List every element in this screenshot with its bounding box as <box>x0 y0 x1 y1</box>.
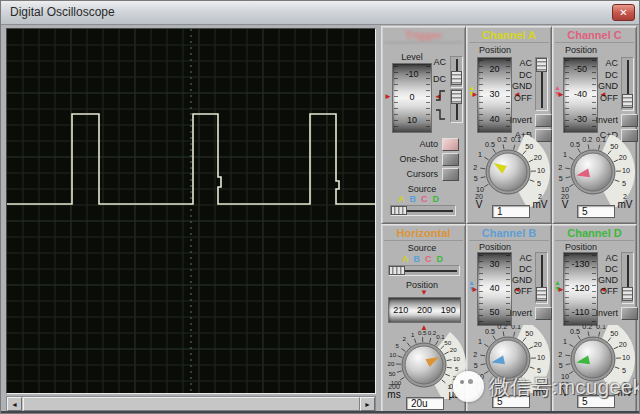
dial-scale-label: 2 <box>558 350 562 359</box>
dial-corner-low: 20V <box>469 193 489 210</box>
coupling-option-label: OFF <box>514 94 532 103</box>
invert-button[interactable] <box>621 114 638 127</box>
coupling-option-label: DC <box>605 265 618 274</box>
window-bottom-edge <box>1 411 639 413</box>
trigger-edge-thumb[interactable] <box>451 90 462 104</box>
cursors-button[interactable] <box>442 168 459 181</box>
source-letter-c: C <box>421 194 428 204</box>
coupling-switch[interactable] <box>535 252 548 304</box>
panel-channel-c: Channel C Position ▲▼ ► -50-40-30 ◄ ACDC… <box>552 26 637 224</box>
falling-edge-icon <box>434 108 447 121</box>
invert-button[interactable] <box>535 114 552 127</box>
invert-button[interactable] <box>621 307 638 320</box>
dial-scale-label: 2 <box>558 163 562 172</box>
dial-scale-label: 50 <box>389 370 396 377</box>
dial-scale-label: 20 <box>534 153 542 162</box>
panel-title-trigger: Trigger <box>384 29 463 43</box>
scroll-left-button[interactable]: ◄ <box>7 397 22 411</box>
invert-label: Invert <box>495 309 532 319</box>
invert-button[interactable] <box>535 307 552 320</box>
dial-scale-label: 2 <box>473 163 477 172</box>
dial-scale-label: 10 <box>476 372 484 381</box>
trigger-coupling-switch[interactable] <box>450 56 463 88</box>
titlebar[interactable]: Digital Oscilloscope ✕ <box>1 1 640 25</box>
dial-scale-label: 1 <box>478 337 482 346</box>
dial-scale-label: 20 <box>534 340 542 349</box>
dial-scale-label: 10 <box>622 166 630 175</box>
knob-face[interactable] <box>489 153 527 191</box>
corner-low-unit: ms <box>384 390 404 400</box>
horizontal-position-display[interactable]: 210200190 <box>388 297 461 323</box>
dial-scale-label: 0.5 <box>485 140 495 149</box>
coupling-option-label: DC <box>605 71 618 80</box>
knob-face[interactable] <box>405 346 443 384</box>
coupling-labels: ACDCGNDOFF <box>591 59 618 103</box>
dial-scale-label: 50 <box>525 142 533 151</box>
dial-scale-label: 10 <box>537 353 545 362</box>
coupling-switch[interactable] <box>621 252 634 304</box>
trigger-edge-switch[interactable] <box>450 89 463 123</box>
coupling-switch[interactable] <box>535 57 548 111</box>
dial-scale-label: 10 <box>453 355 460 362</box>
gain-value-box: 5 <box>577 205 615 218</box>
corner-low-unit: V <box>555 200 575 210</box>
dial-scale-label: 2 <box>402 335 406 342</box>
dial-scale-label: 5 <box>559 174 563 183</box>
dial-scale-label: 50 <box>444 339 451 346</box>
trigger-source-letters: ABCD <box>398 194 439 204</box>
coupling-option-label: AC <box>519 254 532 263</box>
coupling-thumb[interactable] <box>536 287 547 301</box>
dial-scale-label: 5 <box>622 179 626 188</box>
scroll-thumb[interactable] <box>23 397 360 411</box>
corner-high-unit: mV <box>615 388 635 398</box>
horizontal-source-slider[interactable] <box>388 265 460 276</box>
source-letter-a: A <box>402 254 409 264</box>
horizontal-scrollbar[interactable]: ◄ ► <box>6 396 376 412</box>
trigger-source-slider[interactable] <box>390 205 456 216</box>
dial-scale-label: 0.2 <box>582 135 592 144</box>
auto-button[interactable] <box>442 138 459 151</box>
coupling-option-label: AC <box>519 59 532 68</box>
coupling-thumb[interactable] <box>622 94 633 108</box>
trigger-coupling-thumb[interactable] <box>451 71 462 85</box>
dial-corner-low: 20V <box>555 193 575 210</box>
dial-corner-high: 2mV <box>615 381 635 398</box>
trigger-source-thumb[interactable] <box>391 206 407 215</box>
position-label: Position <box>557 46 605 56</box>
level-left-arrow-icon: ► <box>384 93 392 101</box>
invert-label: Invert <box>581 116 618 126</box>
display-scale-label: 190 <box>441 305 456 315</box>
dial-scale-label: 5 <box>474 361 478 370</box>
knob-face[interactable] <box>489 340 527 378</box>
dial-scale-label: 1 <box>478 150 482 159</box>
coupling-switch[interactable] <box>621 57 634 111</box>
dial-scale-label: 50 <box>525 329 533 338</box>
coupling-thumb[interactable] <box>536 58 547 72</box>
scroll-right-icon: ► <box>364 401 371 408</box>
dial-scale-label: 5 <box>622 366 626 375</box>
rising-edge-icon <box>434 89 447 102</box>
scope-screen <box>6 28 376 394</box>
knob-face[interactable] <box>574 153 612 191</box>
corner-high-unit: µs <box>444 390 464 400</box>
scope-display-area: ◄ ► <box>1 25 381 414</box>
auto-label: Auto <box>392 140 438 150</box>
source-letter-a: A <box>398 194 405 204</box>
coupling-option-label: OFF <box>600 287 618 296</box>
dial-scale-label: 20 <box>619 153 627 162</box>
horizontal-source-thumb[interactable] <box>389 266 405 275</box>
coupling-option-label: AC <box>433 58 446 67</box>
dial-scale-label: 20 <box>450 346 457 353</box>
knob-face[interactable] <box>574 340 612 378</box>
dial-scale-label: 20 <box>619 340 627 349</box>
coupling-option-label: DC <box>433 75 446 84</box>
close-button[interactable]: ✕ <box>612 4 635 21</box>
dial-scale-label: 2 <box>453 374 457 381</box>
corner-low-unit: V <box>555 388 575 398</box>
one-shot-button[interactable] <box>442 153 459 166</box>
dial-scale-label: 5 <box>455 365 459 372</box>
coupling-thumb[interactable] <box>622 287 633 301</box>
dial-corner-low: 200ms <box>384 383 404 400</box>
scroll-right-button[interactable]: ► <box>360 397 375 411</box>
dial-scale-label: 1 <box>563 337 567 346</box>
